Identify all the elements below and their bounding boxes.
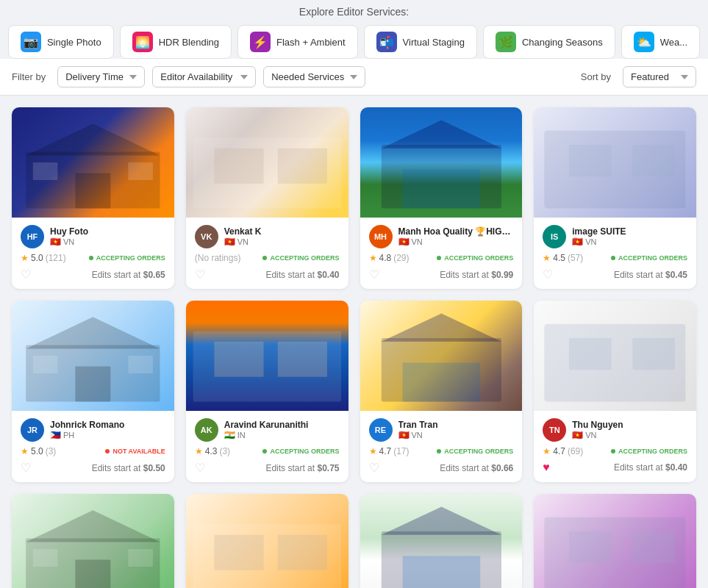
table-row[interactable]: ISimage SUITE🇻🇳VN★4.5(57)ACCEPTING ORDER… [534, 107, 696, 289]
card-body-8: TNThu Nguyen🇻🇳VN★4.7(69)ACCEPTING ORDERS… [534, 411, 696, 481]
rating: (No ratings) [195, 253, 241, 263]
editor-info-3: Manh Hoa Quality 🏆HIGH – END +🇻🇳VN [398, 226, 516, 247]
svg-rect-13 [402, 170, 480, 209]
price-row-8: ♥Edits start at $0.40 [543, 461, 687, 474]
status-dot [262, 256, 267, 260]
star-icon: ★ [21, 446, 29, 456]
svg-rect-3 [75, 173, 110, 208]
table-row[interactable]: RNRocker Nguyen🇻🇳VNACCEPTING ORDERS♡Edit… [360, 494, 523, 588]
svg-rect-8 [214, 148, 263, 184]
editor-country: 🇻🇳VN [50, 237, 165, 247]
price-amount: $0.50 [143, 463, 165, 473]
filter-bar: Filter by Delivery Time 24 Hours 48 Hour… [0, 59, 708, 96]
price-row-5: ♡Edits start at $0.50 [21, 461, 165, 475]
table-row[interactable]: BPBEEPEC🇻🇳VNACCEPTING ORDERS♡Edits start… [186, 494, 348, 588]
editor-country: 🇻🇳VN [398, 430, 514, 440]
card-meta-7: ★4.7(17)ACCEPTING ORDERS [369, 446, 514, 456]
like-button[interactable]: ♥ [543, 461, 550, 474]
svg-rect-4 [33, 162, 58, 180]
needed-services-select[interactable]: Needed Services Single Photo HDR Blendin… [263, 66, 365, 87]
star-icon: ★ [543, 446, 551, 456]
price-row-7: ♡Edits start at $0.66 [369, 461, 514, 475]
flag-icon: 🇻🇳 [224, 237, 235, 247]
service-tab-weather[interactable]: ⛅Wea... [621, 25, 700, 59]
table-row[interactable]: VKVenkat K🇻🇳VN(No ratings)ACCEPTING ORDE… [186, 107, 348, 289]
editor-availability-select[interactable]: Editor Availability Accepting Orders Not… [152, 66, 256, 87]
like-button[interactable]: ♡ [369, 268, 379, 282]
virtual-staging-icon: 📬 [376, 32, 397, 52]
avatar: HF [21, 225, 44, 248]
explore-title: Explore Editor Services: [0, 6, 708, 18]
no-rating: (No ratings) [195, 253, 241, 263]
status-badge: ACCEPTING ORDERS [262, 254, 339, 262]
featured-select[interactable]: Featured Newest Top Rated Price Low Pric… [623, 66, 696, 87]
table-row[interactable]: JRJohnrick Romano🇵🇭PH★5.0(3)NOT AVAILABL… [12, 301, 174, 482]
card-body-6: AKAravind Karunanithi🇮🇳IN★4.3(3)ACCEPTIN… [186, 411, 348, 482]
house-svg-1 [12, 107, 174, 218]
status-badge: ACCEPTING ORDERS [611, 448, 687, 455]
service-tab-virtual-staging[interactable]: 📬Virtual Staging [364, 25, 477, 59]
price-amount: $0.65 [143, 270, 165, 280]
editor-row-8: TNThu Nguyen🇻🇳VN [543, 418, 687, 442]
like-button[interactable]: ♡ [195, 268, 205, 282]
rating-value: 4.7 [379, 446, 392, 456]
price-row-1: ♡Edits start at $0.65 [21, 268, 165, 282]
svg-rect-22 [33, 356, 58, 373]
status-badge: NOT AVAILABLE [105, 448, 165, 455]
hdr-blending-icon: 🌅 [132, 32, 153, 52]
editor-row-1: HFHuy Foto🇻🇳VN [21, 225, 165, 248]
like-button[interactable]: ♡ [21, 268, 31, 282]
status-badge: ACCEPTING ORDERS [611, 254, 687, 262]
editor-name: Aravind Karunanithi [224, 420, 340, 430]
editor-country: 🇻🇳VN [224, 237, 340, 247]
svg-rect-31 [402, 363, 480, 402]
card-body-5: JRJohnrick Romano🇵🇭PH★5.0(3)NOT AVAILABL… [12, 411, 174, 482]
table-row[interactable]: MHManh Hoa Quality 🏆HIGH – END +🇻🇳VN★4.8… [360, 107, 523, 289]
card-body-3: MHManh Hoa Quality 🏆HIGH – END +🇻🇳VN★4.8… [360, 218, 523, 289]
top-bar: Explore Editor Services: 📷Single Photo🌅H… [0, 6, 708, 59]
changing-seasons-label: Changing Seasons [522, 37, 603, 48]
table-row[interactable]: RERyan Esgana🇵🇭PHACCEPTING ORDERS♡Edits … [12, 494, 174, 588]
card-image-8 [534, 301, 696, 411]
editor-row-6: AKAravind Karunanithi🇮🇳IN [195, 418, 340, 442]
rating: ★4.7(69) [543, 446, 583, 456]
table-row[interactable]: HFHuy Foto🇻🇳VN★5.0(121)ACCEPTING ORDERS♡… [12, 107, 174, 289]
house-svg-8 [534, 301, 696, 411]
star-icon: ★ [195, 446, 203, 456]
house-svg-5 [12, 301, 174, 411]
service-tab-hdr-blending[interactable]: 🌅HDR Blending [120, 25, 232, 59]
table-row[interactable]: AKAravind Karunanithi🇮🇳IN★4.3(3)ACCEPTIN… [186, 301, 348, 482]
status-text: ACCEPTING ORDERS [618, 448, 687, 455]
service-tab-flash-ambient[interactable]: ⚡Flash + Ambient [237, 25, 358, 59]
changing-seasons-icon: 🌿 [496, 32, 516, 52]
flag-icon: 🇵🇭 [50, 430, 61, 440]
status-dot [437, 256, 441, 260]
like-button[interactable]: ♡ [195, 461, 205, 475]
editor-info-2: Venkat K🇻🇳VN [224, 226, 340, 247]
table-row[interactable]: TNThu Nguyen🇻🇳VN★4.7(69)ACCEPTING ORDERS… [534, 301, 696, 482]
status-text: ACCEPTING ORDERS [270, 254, 339, 262]
editor-info-1: Huy Foto🇻🇳VN [50, 226, 165, 247]
editor-name: Venkat K [224, 226, 340, 237]
card-image-12 [534, 494, 696, 588]
price-amount: $0.45 [665, 270, 687, 280]
service-tab-changing-seasons[interactable]: 🌿Changing Seasons [483, 25, 615, 59]
flag-icon: 🇻🇳 [398, 237, 410, 247]
like-button[interactable]: ♡ [369, 461, 379, 475]
like-button[interactable]: ♡ [543, 268, 553, 282]
like-button[interactable]: ♡ [21, 461, 31, 475]
table-row[interactable]: KVKhanh Vy🇻🇳VNACCEPTING ORDERS♡Edits sta… [534, 494, 696, 588]
service-tab-single-photo[interactable]: 📷Single Photo [8, 25, 114, 59]
house-svg-6 [186, 301, 348, 411]
price-text: Edits start at $0.66 [440, 463, 513, 473]
editor-name: Huy Foto [50, 226, 165, 237]
house-svg-9 [12, 494, 174, 588]
delivery-time-select[interactable]: Delivery Time 24 Hours 48 Hours 3+ Days [57, 66, 145, 87]
editor-info-4: image SUITE🇻🇳VN [572, 226, 687, 247]
table-row[interactable]: RETran Tran🇻🇳VN★4.7(17)ACCEPTING ORDERS♡… [360, 301, 523, 482]
card-image-3 [360, 107, 523, 218]
editor-row-4: ISimage SUITE🇻🇳VN [543, 225, 687, 248]
card-image-11 [360, 494, 523, 588]
svg-rect-35 [633, 338, 676, 370]
house-svg-10 [186, 494, 348, 588]
